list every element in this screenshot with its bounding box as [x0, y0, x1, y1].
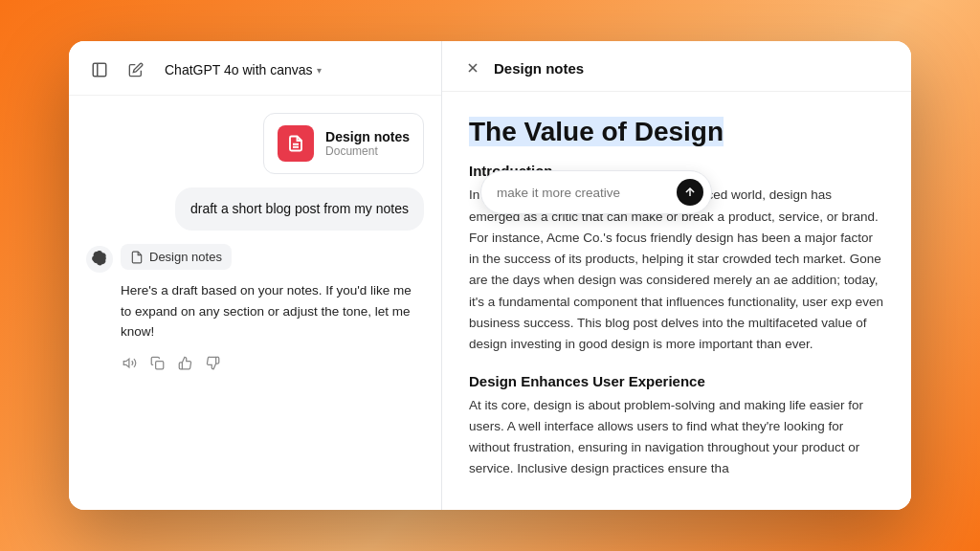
canvas-title: Design notes — [494, 60, 584, 77]
doc-icon — [278, 125, 314, 162]
sidebar-toggle-button[interactable] — [86, 56, 113, 83]
svg-rect-0 — [93, 63, 106, 77]
assistant-response-row: Design notes Here's a draft based on you… — [86, 244, 424, 372]
section1-body-text: At its core, design is about problem-sol… — [469, 395, 884, 480]
edit-input[interactable] — [497, 186, 669, 200]
svg-marker-5 — [123, 359, 129, 367]
assistant-text: Here's a draft based on your notes. If y… — [86, 280, 424, 342]
blog-title: The Value of Design — [469, 117, 724, 146]
feedback-row — [86, 354, 424, 372]
left-header: ChatGPT 4o with canvas ▾ — [69, 41, 441, 96]
svg-rect-6 — [156, 361, 164, 368]
edit-button[interactable] — [122, 56, 149, 83]
right-panel: Design notes The Value of Design Introdu… — [442, 41, 911, 510]
openai-icon — [86, 246, 113, 273]
model-selector[interactable]: ChatGPT 4o with canvas ▾ — [159, 58, 327, 81]
chat-area: Design notes Document draft a short blog… — [69, 96, 441, 510]
chevron-down-icon: ▾ — [317, 65, 322, 76]
assistant-icon-row: Design notes — [86, 244, 424, 273]
user-message-bubble: draft a short blog post from my notes — [175, 187, 424, 231]
section1-title: Design Enhances User Experience — [469, 373, 884, 389]
speaker-button[interactable] — [121, 354, 139, 372]
inline-edit-tooltip — [480, 170, 712, 214]
document-attachment: Design notes Document — [263, 113, 424, 174]
doc-ref-pill: Design notes — [121, 244, 232, 270]
close-canvas-button[interactable] — [461, 56, 484, 79]
thumbs-down-button[interactable] — [204, 354, 222, 372]
thumbs-up-button[interactable] — [176, 354, 194, 372]
left-panel: ChatGPT 4o with canvas ▾ Design notes D — [69, 41, 442, 510]
copy-button[interactable] — [148, 354, 167, 372]
right-header: Design notes — [442, 41, 911, 92]
blog-title-wrapper: The Value of Design — [469, 115, 884, 149]
model-name-label: ChatGPT 4o with canvas — [165, 62, 313, 77]
attachment-type: Document — [325, 144, 410, 158]
canvas-content: The Value of Design Introduction In an i… — [442, 92, 911, 510]
attachment-title: Design notes — [325, 129, 410, 144]
doc-info: Design notes Document — [325, 129, 410, 158]
doc-ref-label: Design notes — [149, 250, 222, 264]
send-edit-button[interactable] — [677, 179, 703, 206]
app-window: ChatGPT 4o with canvas ▾ Design notes D — [69, 41, 911, 510]
